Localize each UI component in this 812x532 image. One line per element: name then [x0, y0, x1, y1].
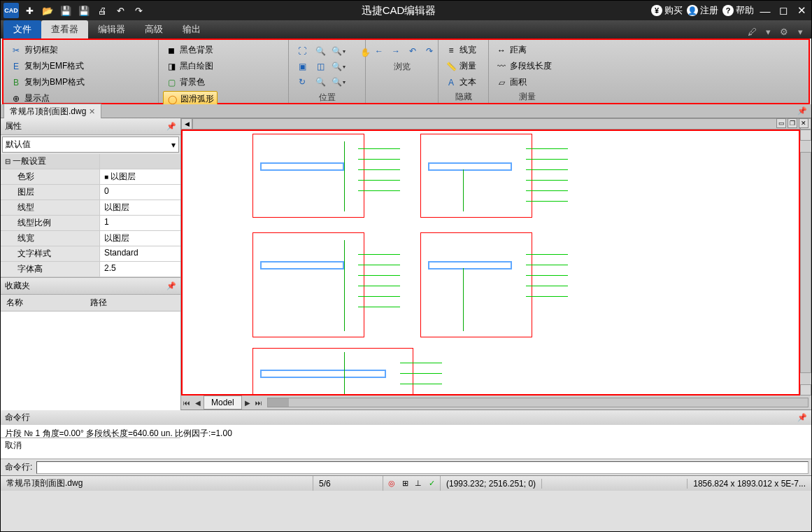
area-button[interactable]: ▱面积 — [493, 75, 555, 90]
col-path[interactable]: 路径 — [85, 295, 113, 311]
pin-icon[interactable]: 📌 — [166, 281, 176, 290]
scroll-down-button[interactable] — [800, 384, 811, 396]
text-button[interactable]: A文本 — [443, 75, 479, 90]
distance-button[interactable]: ↔距离 — [493, 43, 555, 57]
group-label-browse: 浏览 — [370, 61, 434, 73]
extents-icon[interactable]: ◫ — [313, 59, 328, 74]
status-page: 5/6 — [313, 476, 383, 491]
zoom-out-icon[interactable]: 🔍 — [313, 75, 328, 89]
prop-group-general[interactable]: 一般设置 — [1, 154, 180, 169]
last-icon[interactable]: ⏭ — [253, 399, 264, 407]
prev-icon[interactable]: ← — [371, 44, 387, 58]
black-bg-button[interactable]: ◼黑色背景 — [163, 43, 218, 57]
copy-emf-button[interactable]: E复制为EMF格式 — [8, 59, 87, 74]
bg-color-button[interactable]: ▢背景色 — [163, 75, 218, 90]
close-canvas-icon[interactable]: ✕ — [799, 118, 809, 128]
print-icon[interactable]: 🖨 — [94, 3, 110, 18]
prev-page-icon[interactable]: ◀ — [192, 399, 204, 407]
favorites-columns: 名称 路径 — [1, 295, 180, 312]
drawing-canvas[interactable] — [181, 130, 800, 396]
style-icon[interactable]: 🖊 — [745, 24, 759, 38]
polar-icon[interactable]: ✓ — [426, 478, 437, 489]
command-header: 命令行 📌 — [1, 410, 811, 425]
zoom-dropdown-3[interactable]: 🔍 — [331, 75, 346, 89]
group-label-hide: 隐藏 — [443, 91, 484, 103]
window-icon[interactable]: ▣ — [294, 59, 310, 74]
scroll-up-button[interactable] — [800, 130, 811, 141]
prop-row[interactable]: 线型以图层 — [1, 200, 180, 216]
next-icon[interactable]: → — [388, 44, 404, 58]
app-icon: CAD — [3, 3, 19, 18]
canvas-bottom-bar: ⏮ ◀ Model ▶ ⏭ — [181, 396, 811, 410]
properties-header: 属性 📌 — [1, 118, 180, 135]
redo-icon[interactable]: ↷ — [131, 3, 146, 18]
bw-draw-button[interactable]: ◨黑白绘图 — [163, 59, 218, 74]
group-label-position: 位置 — [293, 92, 361, 104]
ribbon: ✂剪切框架 E复制为EMF格式 B复制为BMP格式 ⊕显示点 🔍查找文字 ▦修剪… — [2, 38, 810, 104]
col-name[interactable]: 名称 — [1, 295, 85, 311]
prop-row[interactable]: 字体高2.5 — [1, 262, 180, 277]
rotate-left-icon[interactable]: ↶ — [405, 44, 420, 58]
next-page-icon[interactable]: ▶ — [242, 399, 253, 407]
first-icon[interactable]: ⏮ — [181, 399, 192, 407]
doc-close-icon[interactable]: ✕ — [89, 107, 95, 116]
h-scrollbar-top[interactable] — [192, 118, 800, 130]
restore-icon[interactable]: ▭ — [776, 118, 786, 128]
command-input[interactable] — [36, 461, 809, 474]
scroll-left-button[interactable]: ◀ — [181, 118, 192, 130]
left-panels: 属性 📌 默认值▾ 一般设置 色彩以图层图层0线型以图层线型比例1线宽以图层文字… — [1, 118, 181, 410]
zoom-dropdown-2[interactable]: 🔍 — [331, 59, 346, 74]
copy-bmp-button[interactable]: B复制为BMP格式 — [8, 75, 87, 90]
ortho-icon[interactable]: ⊥ — [413, 478, 424, 489]
tab-output[interactable]: 输出 — [173, 20, 211, 38]
chevron-down-icon[interactable]: ▾ — [761, 24, 775, 38]
tab-editor[interactable]: 编辑器 — [88, 20, 135, 38]
maximize-canvas-icon[interactable]: ❐ — [788, 118, 797, 128]
open-icon[interactable]: 📂 — [40, 3, 55, 18]
new-icon[interactable]: ✚ — [22, 3, 37, 18]
lineweight-button[interactable]: ≡线宽 — [443, 43, 479, 57]
register-link[interactable]: 👤注册 — [687, 4, 718, 17]
prop-row[interactable]: 线型比例1 — [1, 216, 180, 231]
save-icon[interactable]: 💾 — [58, 3, 73, 18]
prop-row[interactable]: 色彩以图层 — [1, 169, 180, 185]
tab-file[interactable]: 文件 — [3, 20, 41, 38]
undo-icon[interactable]: ↶ — [113, 3, 128, 18]
refresh-icon[interactable]: ↻ — [294, 75, 310, 89]
close-button[interactable]: ✕ — [795, 4, 809, 18]
rotate-right-icon[interactable]: ↷ — [422, 44, 437, 58]
prop-row[interactable]: 图层0 — [1, 185, 180, 200]
pan-icon[interactable]: ✋ — [357, 46, 373, 59]
v-scrollbar[interactable] — [800, 130, 811, 396]
measure-button[interactable]: 📏测量 — [443, 59, 479, 74]
minimize-button[interactable]: — — [758, 4, 772, 18]
zoom-in-icon[interactable]: 🔍 — [313, 44, 328, 58]
zoom-dropdown-1[interactable]: 🔍 — [331, 44, 346, 58]
status-coords: (1993.232; 2516.251; 0) — [441, 479, 542, 489]
fit-icon[interactable]: ⛶ — [294, 44, 310, 58]
gear-icon[interactable]: ⚙ — [777, 24, 791, 38]
tab-advanced[interactable]: 高级 — [135, 20, 173, 38]
cut-frame-button[interactable]: ✂剪切框架 — [8, 43, 87, 57]
pin-icon[interactable]: 📌 — [166, 122, 176, 131]
polyline-len-button[interactable]: 〰多段线长度 — [493, 59, 555, 74]
tab-viewer[interactable]: 查看器 — [41, 20, 88, 38]
properties-table: 一般设置 色彩以图层图层0线型以图层线型比例1线宽以图层文字样式Standard… — [1, 154, 180, 277]
snap-icon[interactable]: ◎ — [386, 478, 397, 489]
buy-link[interactable]: ¥购买 — [651, 4, 683, 17]
maximize-button[interactable]: ◻ — [776, 4, 790, 18]
prop-row[interactable]: 文字样式Standard — [1, 246, 180, 262]
pin-icon[interactable]: 📌 — [797, 106, 807, 115]
model-tab[interactable]: Model — [204, 396, 242, 410]
doc-tab[interactable]: 常规吊顶剖面图.dwg ✕ — [3, 104, 101, 119]
chevron-down-icon-2[interactable]: ▾ — [793, 24, 807, 38]
pin-icon[interactable]: 📌 — [797, 413, 807, 422]
properties-default-dropdown[interactable]: 默认值▾ — [2, 136, 179, 153]
help-link[interactable]: ?帮助 — [722, 4, 754, 17]
prop-row[interactable]: 线宽以图层 — [1, 231, 180, 246]
properties-panel: 属性 📌 默认值▾ 一般设置 色彩以图层图层0线型以图层线型比例1线宽以图层文字… — [1, 118, 180, 278]
h-scrollbar-bottom[interactable] — [267, 398, 809, 407]
grid-icon[interactable]: ⊞ — [399, 478, 411, 489]
main-area: 属性 📌 默认值▾ 一般设置 色彩以图层图层0线型以图层线型比例1线宽以图层文字… — [1, 118, 811, 410]
saveall-icon[interactable]: 💾 — [76, 3, 92, 18]
